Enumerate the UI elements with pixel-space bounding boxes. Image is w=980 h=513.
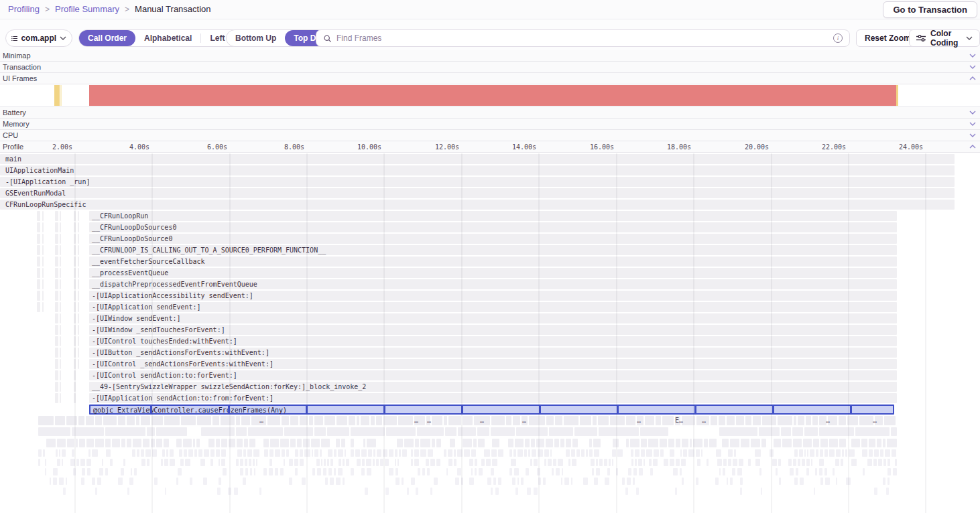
flame-bar[interactable] — [526, 468, 529, 475]
flame-bar[interactable] — [696, 478, 698, 485]
flame-bar[interactable] — [580, 416, 591, 425]
flame-bar[interactable] — [576, 449, 580, 457]
flame-bar[interactable] — [892, 449, 896, 457]
flame-bar[interactable] — [289, 459, 293, 466]
flame-bar[interactable] — [471, 449, 476, 457]
flame-bar[interactable] — [820, 478, 823, 485]
flame-bar[interactable] — [562, 468, 563, 475]
flame-bar[interactable] — [339, 459, 341, 466]
flame-bar[interactable]: -[UIControl sendAction:to:forEvent:] — [89, 370, 897, 380]
flame-bar[interactable] — [55, 336, 58, 346]
flame-bar[interactable] — [654, 449, 659, 457]
flame-bar[interactable] — [529, 416, 545, 425]
flame-bar[interactable] — [680, 449, 682, 457]
flame-bar[interactable] — [256, 459, 257, 466]
flame-bar[interactable]: __CFRunLoopDoSource0 — [89, 234, 897, 244]
flame-bar[interactable] — [178, 468, 182, 475]
flame-bar[interactable]: __CFRunLoopRun — [89, 211, 897, 221]
breadcrumb-profiling[interactable]: Profiling — [8, 4, 40, 14]
flame-bar[interactable] — [530, 459, 532, 466]
flame-bar[interactable] — [819, 459, 824, 466]
flame-bar[interactable] — [151, 439, 155, 447]
flame-bar[interactable] — [728, 459, 731, 466]
flame-bar[interactable] — [538, 478, 541, 485]
flame-bar[interactable] — [414, 449, 419, 457]
flame-bar[interactable] — [73, 468, 76, 475]
flame-bar[interactable]: __CFRUNLOOP_IS_CALLING_OUT_TO_A_SOURCE0_… — [89, 245, 897, 255]
flame-bar[interactable] — [635, 449, 639, 457]
flame-bar[interactable] — [491, 488, 493, 495]
flame-bar[interactable] — [38, 416, 54, 425]
flame-bar[interactable] — [78, 336, 79, 346]
flame-bar[interactable] — [152, 449, 157, 457]
flame-bar[interactable] — [53, 468, 58, 475]
flame-bar[interactable] — [221, 416, 235, 425]
flame-bar[interactable] — [521, 478, 524, 485]
flame-bar[interactable] — [426, 459, 429, 466]
flame-bar[interactable] — [38, 459, 40, 466]
flame-bar[interactable] — [493, 478, 496, 485]
flame-bar[interactable] — [794, 449, 798, 457]
flame-bar[interactable] — [835, 459, 839, 466]
flame-bar[interactable] — [589, 439, 592, 447]
flame-bar[interactable] — [324, 416, 335, 425]
flame-bar[interactable] — [295, 449, 298, 457]
flame-bar[interactable] — [793, 459, 796, 466]
flame-bar[interactable] — [772, 459, 777, 466]
flame-bar[interactable] — [811, 459, 812, 466]
flame-bar[interactable] — [55, 370, 58, 380]
flame-bar[interactable] — [78, 222, 79, 232]
flame-bar[interactable] — [717, 459, 722, 466]
flame-bar[interactable] — [95, 416, 102, 425]
flame-bar[interactable] — [604, 459, 607, 466]
flame-bar[interactable] — [37, 291, 40, 301]
flame-bar[interactable] — [477, 427, 489, 436]
flame-bar[interactable] — [351, 468, 354, 475]
flamegraph[interactable]: mainUIApplicationMain-[UIApplication _ru… — [0, 153, 980, 513]
flame-bar[interactable] — [156, 427, 187, 436]
flame-bar[interactable] — [236, 416, 240, 425]
flame-bar[interactable] — [60, 382, 61, 392]
flame-bar[interactable] — [564, 416, 578, 425]
flame-bar[interactable] — [132, 449, 135, 457]
flame-bar[interactable] — [670, 449, 674, 457]
track-row-ui-frames[interactable]: UI Frames — [0, 73, 980, 84]
flame-bar[interactable] — [321, 459, 322, 466]
flame-bar[interactable] — [295, 468, 298, 475]
flame-bar[interactable] — [78, 211, 79, 221]
flame-bar[interactable] — [560, 439, 564, 447]
flame-bar[interactable] — [55, 325, 58, 335]
flame-bar[interactable] — [398, 416, 413, 425]
flame-bar[interactable] — [373, 459, 375, 466]
flame-bar[interactable] — [436, 439, 441, 447]
flame-bar[interactable] — [630, 439, 639, 447]
flame-bar[interactable] — [45, 459, 46, 466]
flame-bar[interactable] — [240, 468, 243, 475]
flame-bar[interactable] — [463, 439, 472, 447]
flame-bar[interactable] — [617, 449, 623, 457]
flame-bar[interactable] — [515, 439, 524, 447]
flame-bar[interactable] — [251, 416, 266, 425]
flame-bar[interactable] — [631, 449, 633, 457]
flame-bar[interactable] — [635, 459, 637, 466]
flame-bar[interactable] — [395, 449, 397, 457]
flame-bar[interactable] — [79, 439, 85, 447]
flame-bar[interactable] — [78, 313, 79, 323]
flame-bar[interactable] — [546, 416, 554, 425]
flame-bar[interactable] — [63, 488, 66, 495]
flame-bar[interactable] — [275, 449, 280, 457]
flame-bar[interactable] — [572, 439, 578, 447]
flame-bar[interactable] — [60, 291, 61, 301]
flame-bar[interactable] — [55, 245, 58, 255]
flame-bar[interactable] — [78, 416, 84, 425]
flame-bar[interactable] — [798, 459, 800, 466]
flame-bar[interactable] — [37, 268, 40, 278]
flame-bar[interactable] — [60, 211, 61, 221]
flame-bar[interactable] — [538, 449, 543, 457]
chevron-down-icon[interactable] — [969, 133, 976, 137]
flame-bar[interactable] — [60, 256, 61, 267]
flame-bar[interactable] — [156, 439, 162, 447]
flame-bar[interactable] — [219, 459, 220, 466]
flame-bar[interactable] — [385, 488, 389, 495]
flame-bar[interactable] — [561, 478, 562, 485]
